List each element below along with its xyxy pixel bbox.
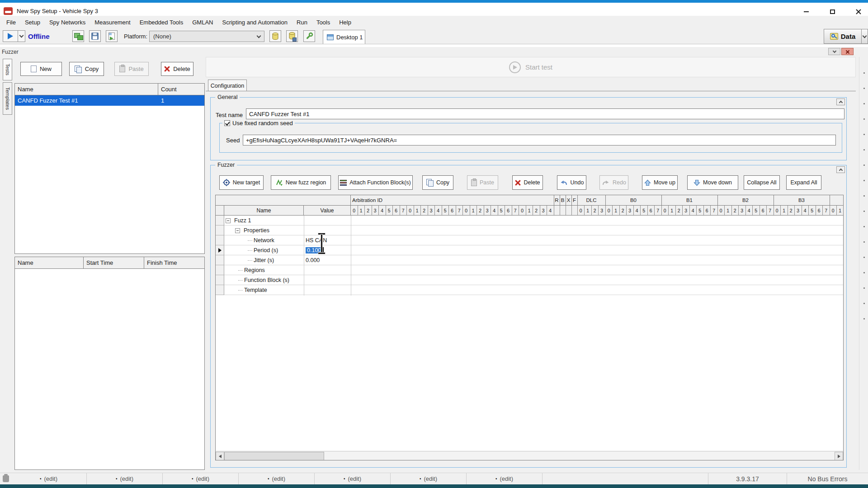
scroll-left-button[interactable] <box>216 452 224 460</box>
data-button[interactable]: Data <box>824 29 862 44</box>
row-value[interactable]: HS CAN <box>304 235 351 245</box>
row-value[interactable]: 0.000 <box>304 255 351 265</box>
statusbar-edits: •(edit)•(edit)•(edit)•(edit)•(edit)•(edi… <box>11 473 542 484</box>
bit-column-header: 2 <box>732 206 739 216</box>
new-fuzz-region-button[interactable]: New fuzz region <box>271 175 331 190</box>
column-header-name[interactable]: Name <box>15 84 158 95</box>
menu-setup[interactable]: Setup <box>20 17 45 28</box>
copy-fuzz-button[interactable]: Copy <box>422 175 453 190</box>
tab-desktop-1[interactable]: Desktop 1 <box>323 30 365 44</box>
move-down-button[interactable]: Move down <box>687 175 738 190</box>
menu-scripting[interactable]: Scripting and Automation <box>217 17 292 28</box>
grid-row-network[interactable]: Network HS CAN <box>216 235 843 245</box>
column-header-count[interactable]: Count <box>158 84 204 95</box>
menu-measurement[interactable]: Measurement <box>90 17 135 28</box>
collapse-expander-icon[interactable] <box>226 218 231 223</box>
arrow-up-icon <box>644 179 651 186</box>
undo-button[interactable]: Undo <box>557 175 586 190</box>
collapse-expander-icon[interactable] <box>235 228 240 233</box>
grid-column-header-value[interactable]: Value <box>304 206 351 216</box>
grid-column-header-name[interactable]: Name <box>224 206 304 216</box>
column-header-finish-time[interactable]: Finish Time <box>144 257 204 268</box>
grid-row-function-blocks[interactable]: Function Block (s) <box>216 275 843 285</box>
table-row[interactable]: CANFD Fuzzer Test #1 1 <box>15 95 204 106</box>
row-value-editing[interactable]: 0.100 <box>304 245 351 255</box>
data-dropdown-button[interactable] <box>862 29 868 44</box>
seed-input[interactable] <box>243 135 836 145</box>
paste-icon <box>119 66 125 72</box>
grid-row-jitter[interactable]: Jitter (s) 0.000 <box>216 255 843 265</box>
horizontal-scrollbar[interactable] <box>216 451 843 460</box>
bit-group-header: Arbitration ID <box>351 195 554 206</box>
fixed-seed-checkbox-row[interactable]: Use fixed random seed <box>222 120 295 127</box>
move-up-button[interactable]: Move up <box>642 175 678 190</box>
paste-fuzz-button[interactable]: Paste <box>467 175 498 190</box>
redo-button[interactable]: Redo <box>599 175 628 190</box>
grid-row-template[interactable]: Template <box>216 285 843 295</box>
menu-gmlan[interactable]: GMLAN <box>188 17 217 28</box>
tab-configuration[interactable]: Configuration <box>208 80 247 91</box>
tab-tests[interactable]: Tests <box>3 59 12 80</box>
scrollbar-thumb[interactable] <box>224 452 324 460</box>
bit-group-header: B2 <box>718 195 774 206</box>
chevron-down-icon <box>863 33 867 38</box>
minimize-button[interactable] <box>797 7 815 17</box>
delete-fuzz-button[interactable]: Delete <box>512 175 543 190</box>
grid-row-fuzz1[interactable]: Fuzz 1 <box>216 216 843 225</box>
close-button[interactable] <box>850 7 867 17</box>
delete-test-button[interactable]: Delete <box>161 62 193 76</box>
statusbar-edit-cell[interactable]: •(edit) <box>467 473 542 484</box>
statusbar-edit-cell[interactable]: •(edit) <box>391 473 467 484</box>
grid-row-regions[interactable]: Regions <box>216 265 843 275</box>
edit-label: (edit) <box>500 475 513 482</box>
maximize-button[interactable] <box>824 7 841 17</box>
attach-function-blocks-button[interactable]: Attach Function Block(s) <box>338 175 413 190</box>
copy-test-button[interactable]: Copy <box>69 62 104 76</box>
row-label: Fuzz 1 <box>234 217 251 224</box>
menu-embedded-tools[interactable]: Embedded Tools <box>135 17 188 28</box>
tab-templates[interactable]: Templates <box>3 82 12 115</box>
run-button[interactable] <box>3 30 18 42</box>
save-database-button[interactable] <box>286 30 298 42</box>
bit-column-header: 3 <box>795 206 802 216</box>
platform-select[interactable]: (None) <box>149 31 264 42</box>
scroll-right-button[interactable] <box>835 452 843 460</box>
statusbar-edit-cell[interactable]: •(edit) <box>163 473 239 484</box>
collapse-fuzzer-button[interactable] <box>836 166 845 173</box>
new-target-button[interactable]: New target <box>219 175 264 190</box>
test-name-input[interactable] <box>246 108 844 119</box>
expand-all-button[interactable]: Expand All <box>786 175 821 190</box>
paste-test-button[interactable]: Paste <box>114 62 149 76</box>
save-setup-button[interactable] <box>89 30 101 42</box>
menu-tools[interactable]: Tools <box>312 17 335 28</box>
bit-group-header: B0 <box>606 195 662 206</box>
statusbar-edit-cell[interactable]: •(edit) <box>11 473 87 484</box>
panel-close-button[interactable] <box>841 48 854 55</box>
tools-button[interactable] <box>303 30 315 42</box>
fuzzer-group-title: Fuzzer <box>215 162 237 168</box>
grid-row-properties[interactable]: Properties <box>216 225 843 235</box>
menu-run[interactable]: Run <box>292 17 312 28</box>
fixed-seed-checkbox[interactable] <box>224 120 230 126</box>
panel-minimize-button[interactable] <box>828 48 840 55</box>
run-dropdown-button[interactable] <box>18 30 25 42</box>
open-setup-button[interactable] <box>106 30 118 42</box>
column-header-start-time[interactable]: Start Time <box>84 257 144 268</box>
network-hardware-button[interactable] <box>72 30 84 42</box>
column-header-name[interactable]: Name <box>15 257 84 268</box>
start-test-button[interactable]: Start test <box>206 57 856 77</box>
collapse-all-button[interactable]: Collapse All <box>744 175 780 190</box>
grid-row-period[interactable]: Period (s) 0.100 <box>216 245 843 255</box>
new-test-button[interactable]: New <box>20 62 62 76</box>
statusbar-edit-cell[interactable]: •(edit) <box>239 473 315 484</box>
menu-file[interactable]: File <box>2 17 20 28</box>
statusbar-edit-cell[interactable]: •(edit) <box>315 473 391 484</box>
menu-spy-networks[interactable]: Spy Networks <box>45 17 90 28</box>
bit-column-header: 2 <box>676 206 683 216</box>
dock-dot <box>863 164 865 166</box>
database-button[interactable] <box>269 30 281 42</box>
menu-help[interactable]: Help <box>335 17 356 28</box>
collapse-general-button[interactable] <box>836 99 845 105</box>
statusbar-edit-cell[interactable]: •(edit) <box>87 473 163 484</box>
row-marker-cell <box>216 275 224 285</box>
